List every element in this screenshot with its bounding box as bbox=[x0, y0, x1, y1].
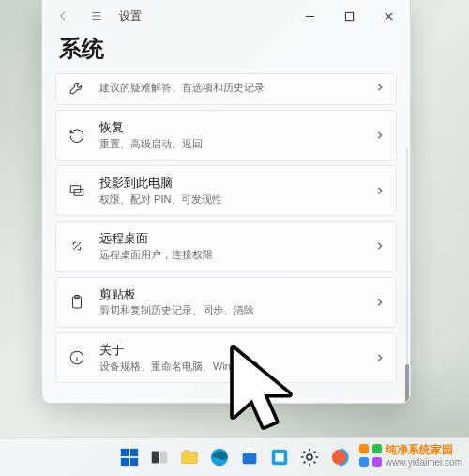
taskbar-store[interactable] bbox=[237, 445, 262, 469]
page-title: 系统 bbox=[42, 32, 410, 73]
close-icon bbox=[384, 11, 394, 22]
scrollbar-thumb[interactable] bbox=[405, 364, 409, 404]
chevron-right-icon bbox=[373, 353, 386, 362]
item-subtitle: 剪切和复制历史记录、同步、清除 bbox=[99, 303, 360, 316]
item-subtitle: 重置、高级启动、返回 bbox=[99, 137, 360, 150]
nav-menu-button[interactable] bbox=[82, 2, 112, 30]
app-icon bbox=[269, 447, 290, 468]
taskbar-edge[interactable] bbox=[207, 445, 232, 469]
taskbar-app-generic-1[interactable] bbox=[267, 445, 292, 469]
item-subtitle: 建议的疑难解答、首选项和历史记录 bbox=[99, 81, 360, 94]
item-subtitle: 设备规格、重命名电脑、Wind 规格 bbox=[99, 360, 360, 373]
svg-rect-10 bbox=[152, 451, 159, 463]
svg-rect-9 bbox=[130, 457, 138, 465]
chevron-right-icon bbox=[373, 131, 386, 140]
back-button[interactable] bbox=[48, 2, 78, 30]
settings-item-recovery[interactable]: 恢复 重置、高级启动、返回 bbox=[55, 110, 397, 161]
item-title: 剪贴板 bbox=[99, 287, 360, 303]
svg-point-16 bbox=[307, 454, 312, 460]
hamburger-icon bbox=[90, 9, 103, 23]
minimize-icon bbox=[305, 11, 315, 22]
app-name: 设置 bbox=[119, 8, 142, 24]
item-subtitle: 权限、配对 PIN、可发现性 bbox=[99, 192, 360, 206]
store-icon bbox=[239, 447, 260, 468]
watermark-brand: 纯净系统家园 www.yidaimei.com bbox=[359, 442, 462, 468]
clipboard-icon bbox=[68, 293, 86, 312]
svg-rect-0 bbox=[345, 12, 353, 20]
brand-url: www.yidaimei.com bbox=[386, 457, 462, 468]
settings-item-remote-desktop[interactable]: 远程桌面 远程桌面用户，连接权限 bbox=[55, 221, 397, 271]
chevron-right-icon bbox=[373, 241, 386, 251]
chevron-right-icon bbox=[373, 83, 386, 92]
task-view-icon bbox=[149, 447, 170, 468]
taskbar-app-generic-2[interactable] bbox=[327, 445, 352, 469]
svg-rect-6 bbox=[121, 448, 129, 455]
item-title: 投影到此电脑 bbox=[99, 176, 360, 192]
back-icon bbox=[56, 9, 69, 23]
remote-desktop-icon bbox=[68, 237, 86, 255]
folder-icon bbox=[179, 447, 200, 468]
gear-icon bbox=[299, 447, 320, 468]
edge-icon bbox=[209, 447, 230, 468]
info-icon bbox=[68, 348, 86, 367]
taskbar-explorer[interactable] bbox=[177, 445, 202, 469]
brand-logo-icon bbox=[359, 444, 382, 467]
wrench-icon bbox=[68, 78, 86, 97]
svg-rect-15 bbox=[275, 453, 283, 461]
settings-item-projecting[interactable]: 投影到此电脑 权限、配对 PIN、可发现性 bbox=[55, 165, 397, 216]
taskbar-task-view[interactable] bbox=[147, 445, 172, 469]
svg-rect-7 bbox=[130, 448, 138, 455]
settings-item-troubleshoot[interactable]: 建议的疑难解答、首选项和历史记录 bbox=[55, 73, 397, 105]
svg-rect-13 bbox=[243, 453, 257, 464]
windows-icon bbox=[119, 447, 140, 468]
maximize-button[interactable] bbox=[329, 2, 369, 30]
item-title: 关于 bbox=[99, 343, 360, 359]
settings-item-about[interactable]: 关于 设备规格、重命名电脑、Wind 规格 bbox=[55, 332, 397, 383]
close-button[interactable] bbox=[369, 2, 408, 30]
minimize-button[interactable] bbox=[290, 2, 329, 30]
recovery-icon bbox=[68, 126, 86, 145]
projecting-icon bbox=[68, 181, 86, 200]
brand-name: 纯净系统家园 bbox=[386, 442, 462, 458]
chevron-right-icon bbox=[373, 186, 386, 195]
chevron-right-icon bbox=[373, 298, 386, 307]
item-subtitle: 远程桌面用户，连接权限 bbox=[99, 248, 360, 261]
maximize-icon bbox=[344, 11, 355, 22]
app-icon bbox=[329, 447, 350, 468]
svg-rect-11 bbox=[160, 451, 167, 463]
titlebar: 设置 bbox=[42, 0, 410, 32]
taskbar-start-button[interactable] bbox=[117, 445, 142, 469]
item-title: 远程桌面 bbox=[99, 231, 360, 247]
item-title: 恢复 bbox=[99, 120, 360, 136]
taskbar-settings[interactable] bbox=[297, 445, 322, 469]
settings-list: 建议的疑难解答、首选项和历史记录 恢复 重置、高级启动、返回 投影到此电脑 权限… bbox=[42, 73, 410, 403]
settings-item-clipboard[interactable]: 剪贴板 剪切和复制历史记录、同步、清除 bbox=[55, 277, 397, 328]
svg-rect-8 bbox=[121, 457, 129, 465]
settings-window: 设置 系统 建议的疑难解答、首选项和历史记录 bbox=[41, 0, 411, 404]
